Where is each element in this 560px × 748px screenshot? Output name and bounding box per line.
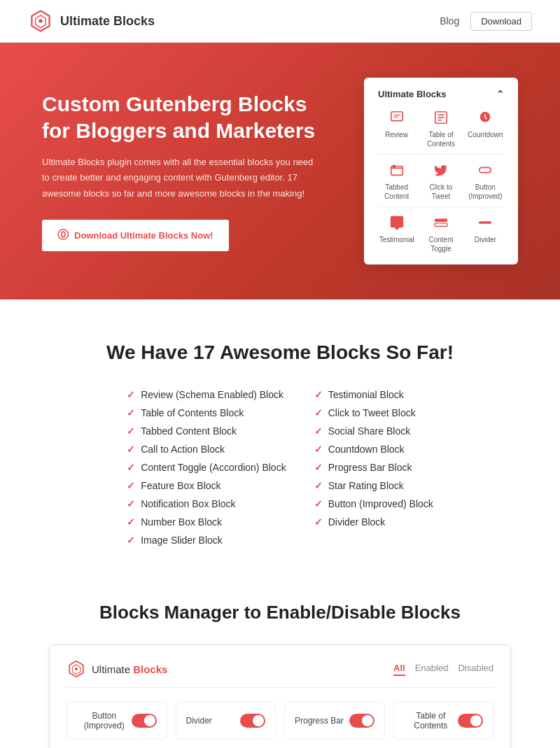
check-icon: ✓ — [314, 462, 323, 473]
toggle-switch[interactable] — [240, 714, 265, 728]
review-icon — [387, 108, 407, 127]
toggle-item: Button (Improved) — [66, 702, 167, 740]
hero-text: Custom Gutenberg Blocks for Bloggers and… — [42, 91, 322, 250]
check-icon: ✓ — [314, 407, 323, 418]
block-item: ✓Countdown Block — [314, 444, 433, 455]
toggle-switch[interactable] — [349, 714, 374, 728]
check-icon: ✓ — [127, 516, 135, 528]
button-icon — [475, 160, 495, 180]
logo-text: Ultimate Blocks — [60, 14, 155, 29]
manager-grid: Button (Improved) Divider Progress Bar T… — [66, 702, 493, 748]
hero-card-grid-row2: Tabbed Content Click to Tweet Button (Im… — [378, 160, 504, 201]
filter-enabled[interactable]: Enabled — [415, 663, 449, 676]
block-item: ✓Divider Block — [314, 516, 433, 528]
card-item-toggle: Content Toggle — [422, 213, 459, 253]
check-icon: ✓ — [127, 498, 135, 509]
card-label-toc: Table of Contents — [422, 130, 459, 148]
hero-card-header: Ultimate Blocks ⌃ — [378, 89, 504, 99]
block-label: Countdown Block — [328, 444, 405, 455]
block-label: Content Toggle (Accordion) Block — [141, 462, 286, 473]
block-item: ✓Content Toggle (Accordion) Block — [127, 462, 286, 473]
block-label: Click to Tweet Block — [328, 407, 416, 418]
blocks-col-1: ✓Review (Schema Enabled) Block✓Table of … — [127, 389, 286, 546]
check-icon: ✓ — [314, 516, 323, 528]
block-item: ✓Review (Schema Enabled) Block — [127, 389, 286, 400]
wp-icon: ⓪ — [57, 228, 69, 243]
hero-card-title: Ultimate Blocks — [378, 89, 447, 99]
block-item: ✓Testimonial Block — [314, 389, 433, 400]
manager-card: Ultimate Blocks All Enabled Disabled But… — [49, 644, 511, 748]
card-item-tabbed: Tabbed Content — [378, 160, 415, 201]
blocks-list: ✓Review (Schema Enabled) Block✓Table of … — [28, 389, 532, 546]
manager-section: Blocks Manager to Enable/Disable Blocks … — [0, 574, 560, 748]
check-icon: ✓ — [314, 425, 323, 437]
countdown-icon — [475, 108, 495, 127]
svg-point-2 — [38, 19, 42, 22]
block-item: ✓Social Share Block — [314, 425, 433, 437]
testimonial-icon — [387, 213, 407, 232]
block-label: Notification Box Block — [141, 498, 235, 509]
toggle-label: Table of Contents — [404, 711, 458, 731]
toggle-icon — [431, 213, 451, 232]
card-label-tweet: Click to Tweet — [422, 183, 459, 201]
manager-logo: Ultimate Blocks — [66, 659, 167, 679]
check-icon: ✓ — [314, 444, 323, 455]
card-label-testimonial: Testimonial — [379, 235, 414, 244]
check-icon: ✓ — [314, 480, 323, 491]
hero-cta-button[interactable]: ⓪ Download Ultimate Blocks Now! — [42, 220, 229, 251]
block-item: ✓Number Box Block — [127, 516, 286, 528]
blocks-section: We Have 17 Awesome Blocks So Far! ✓Revie… — [0, 299, 560, 574]
card-item-tweet: Click to Tweet — [422, 160, 459, 201]
filter-all[interactable]: All — [393, 663, 405, 676]
tweet-icon — [431, 160, 451, 180]
toggle-label: Progress Bar — [295, 716, 344, 726]
card-label-review: Review — [385, 130, 408, 139]
svg-rect-17 — [435, 223, 447, 227]
hero-title: Custom Gutenberg Blocks for Bloggers and… — [42, 91, 322, 143]
block-item: ✓Image Slider Block — [127, 535, 286, 546]
toggle-switch[interactable] — [132, 714, 157, 728]
svg-rect-3 — [391, 112, 402, 121]
blocks-col-2: ✓Testimonial Block✓Click to Tweet Block✓… — [314, 389, 433, 546]
card-label-toggle: Content Toggle — [422, 235, 459, 253]
check-icon: ✓ — [127, 480, 135, 491]
manager-header: Ultimate Blocks All Enabled Disabled — [66, 659, 493, 688]
card-label-countdown: Countdown — [468, 130, 503, 139]
block-label: Star Rating Block — [328, 480, 404, 491]
toggle-item: Divider — [176, 702, 276, 740]
nav-blog-link[interactable]: Blog — [440, 15, 459, 27]
block-item: ✓Button (Improved) Block — [314, 498, 433, 509]
logo-icon — [28, 8, 53, 34]
nav-download-button[interactable]: Download — [470, 12, 532, 31]
toggle-item: Table of Contents — [393, 702, 494, 740]
check-icon: ✓ — [314, 498, 323, 509]
manager-filters: All Enabled Disabled — [393, 663, 493, 676]
card-item-review: Review — [378, 108, 415, 148]
block-item: ✓Table of Contents Block — [127, 407, 286, 418]
hero-card: Ultimate Blocks ⌃ Review Table of Conten… — [364, 78, 518, 264]
check-icon: ✓ — [127, 462, 135, 473]
block-label: Number Box Block — [141, 516, 222, 528]
card-label-divider: Divider — [475, 235, 496, 244]
manager-title: Blocks Manager to Enable/Disable Blocks — [42, 602, 518, 623]
block-label: Divider Block — [328, 516, 386, 528]
card-item-toc: Table of Contents — [422, 108, 459, 148]
check-icon: ✓ — [127, 425, 135, 437]
block-item: ✓Progress Bar Block — [314, 462, 433, 473]
hero-card-grid: Review Table of Contents Countdown — [378, 108, 504, 148]
block-label: Tabbed Content Block — [141, 425, 237, 437]
card-item-button: Button (Improved) — [467, 160, 504, 201]
filter-disabled[interactable]: Disabled — [458, 663, 493, 676]
block-item: ✓Notification Box Block — [127, 498, 286, 509]
manager-logo-icon — [66, 659, 86, 679]
nav-links: Blog Download — [440, 12, 532, 31]
card-label-button: Button (Improved) — [467, 183, 504, 201]
tabbed-icon — [387, 160, 407, 180]
manager-logo-colored: Blocks — [133, 663, 167, 675]
check-icon: ✓ — [127, 535, 135, 546]
toggle-switch[interactable] — [458, 714, 483, 728]
toggle-label: Button (Improved) — [77, 711, 132, 731]
check-icon: ✓ — [127, 389, 135, 400]
block-item: ✓Click to Tweet Block — [314, 407, 433, 418]
check-icon: ✓ — [314, 389, 323, 400]
